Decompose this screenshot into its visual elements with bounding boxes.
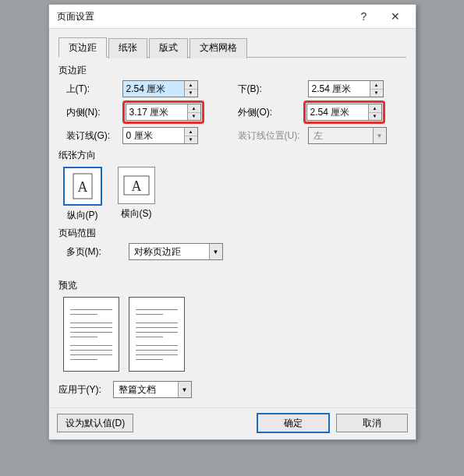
margin-bottom-input[interactable]	[309, 81, 370, 97]
chevron-down-icon[interactable]: ▼	[209, 244, 222, 259]
svg-text:A: A	[77, 179, 87, 195]
spin-down-icon[interactable]: ▼	[188, 113, 200, 121]
margin-outside-label: 外侧(O):	[238, 106, 303, 119]
margin-top-spinner[interactable]: ▲▼	[122, 80, 198, 97]
chevron-down-icon[interactable]: ▼	[178, 382, 191, 397]
apply-to-label: 应用于(Y):	[58, 383, 113, 397]
gutter-pos-value: 左	[309, 128, 373, 143]
margin-top-input[interactable]	[123, 81, 184, 97]
orientation-portrait[interactable]: A	[63, 167, 102, 206]
dialog-title: 页面设置	[57, 10, 349, 23]
dialog-content: 页边距 纸张 版式 文档网格 页边距 上(T): ▲▼ 下(B): ▲▼	[49, 29, 416, 407]
spin-up-icon[interactable]: ▲	[188, 104, 200, 113]
margin-outside-input[interactable]	[307, 104, 368, 120]
tab-layout[interactable]: 版式	[149, 38, 188, 58]
margin-bottom-label: 下(B):	[238, 83, 308, 96]
chevron-down-icon: ▼	[373, 128, 386, 143]
spin-up-icon[interactable]: ▲	[369, 104, 381, 113]
margin-inside-input[interactable]	[126, 104, 187, 120]
tab-paper[interactable]: 纸张	[108, 38, 147, 58]
apply-to-value: 整篇文档	[114, 382, 178, 397]
margin-inside-label: 内侧(N):	[66, 106, 122, 119]
orientation-portrait-label: 纵向(P)	[67, 209, 98, 222]
preview-section-label: 预览	[58, 279, 406, 292]
spin-up-icon[interactable]: ▲	[370, 81, 383, 90]
pages-section-label: 页码范围	[58, 227, 406, 240]
svg-text:A: A	[131, 178, 141, 194]
orientation-landscape[interactable]: A	[118, 167, 155, 204]
multipage-label: 多页(M):	[66, 245, 122, 259]
spin-down-icon[interactable]: ▼	[369, 113, 381, 121]
titlebar: 页面设置 ? ✕	[49, 5, 416, 29]
page-setup-dialog: 页面设置 ? ✕ 页边距 纸张 版式 文档网格 页边距 上(T): ▲▼ 下(B…	[48, 4, 416, 440]
ok-button[interactable]: 确定	[257, 413, 330, 433]
preview-area	[63, 297, 406, 372]
spin-down-icon[interactable]: ▼	[185, 136, 197, 144]
preview-page-left	[63, 297, 119, 372]
help-button[interactable]: ?	[349, 7, 380, 26]
highlight-inside: ▲▼	[122, 100, 204, 124]
gutter-pos-label: 装订线位置(U):	[238, 129, 308, 143]
tab-grid[interactable]: 文档网格	[189, 38, 247, 58]
spin-up-icon[interactable]: ▲	[185, 81, 197, 90]
spin-up-icon[interactable]: ▲	[185, 128, 197, 136]
gutter-spinner[interactable]: ▲▼	[122, 127, 198, 144]
gutter-pos-dropdown: 左 ▼	[308, 127, 387, 144]
gutter-label: 装订线(G):	[66, 129, 122, 143]
dialog-footer: 设为默认值(D) 确定 取消	[49, 407, 416, 439]
margin-bottom-spinner[interactable]: ▲▼	[308, 80, 384, 97]
apply-to-dropdown[interactable]: 整篇文档 ▼	[113, 381, 192, 398]
margin-outside-spinner[interactable]: ▲▼	[306, 104, 382, 121]
highlight-outside: ▲▼	[303, 100, 385, 124]
margin-inside-spinner[interactable]: ▲▼	[126, 104, 201, 121]
set-default-button[interactable]: 设为默认值(D)	[57, 414, 134, 432]
margin-top-label: 上(T):	[66, 83, 122, 96]
spin-down-icon[interactable]: ▼	[370, 90, 383, 97]
cancel-button[interactable]: 取消	[336, 414, 408, 432]
tab-bar: 页边距 纸张 版式 文档网格	[58, 37, 406, 58]
gutter-input[interactable]	[123, 128, 184, 143]
spin-down-icon[interactable]: ▼	[185, 90, 197, 97]
tab-margins[interactable]: 页边距	[58, 37, 107, 58]
landscape-icon: A	[123, 175, 150, 196]
multipage-value: 对称页边距	[129, 244, 209, 259]
close-button[interactable]: ✕	[380, 7, 411, 26]
preview-page-right	[129, 297, 185, 372]
orientation-landscape-label: 横向(S)	[121, 207, 152, 220]
multipage-dropdown[interactable]: 对称页边距 ▼	[129, 243, 223, 260]
orientation-section-label: 纸张方向	[58, 149, 406, 162]
margins-section-label: 页边距	[58, 64, 406, 77]
portrait-icon: A	[73, 173, 93, 199]
